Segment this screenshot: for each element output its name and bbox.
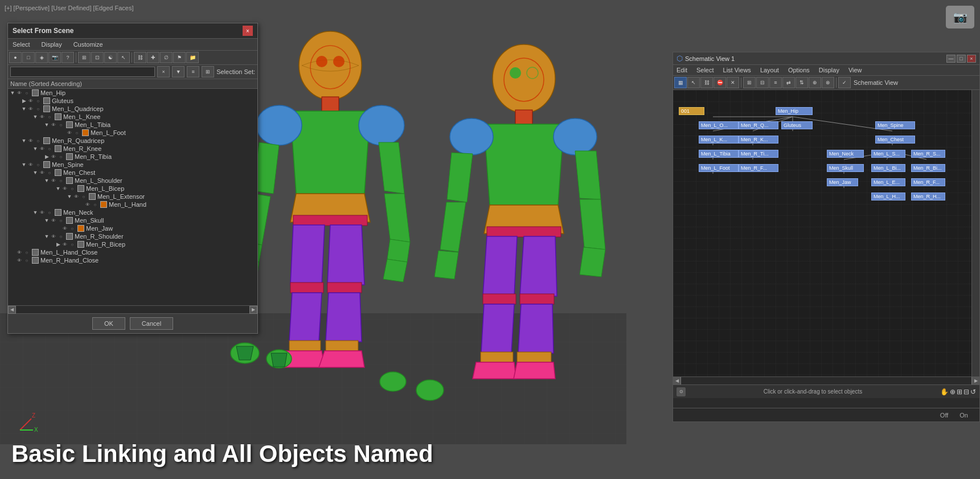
maximize-button[interactable]: □: [957, 55, 966, 63]
tree-item-men-r-hand-close[interactable]: 👁 ○ Men_R_Hand_Close: [8, 256, 257, 264]
schema-node-men-ls[interactable]: Men_L_S...: [871, 150, 905, 158]
toolbar-tag-btn[interactable]: ⚑: [173, 52, 186, 63]
ok-button[interactable]: OK: [92, 317, 125, 330]
cancel-button[interactable]: Cancel: [130, 317, 173, 330]
tree-item-men-skull[interactable]: ▼ 👁 ○ Men_Skull: [8, 216, 257, 224]
tree-item-men-jaw[interactable]: 👁 ○ Men_Jaw: [8, 224, 257, 232]
toolbar-cam-btn[interactable]: 📷: [48, 52, 61, 63]
scroll-track-h[interactable]: [681, 377, 971, 384]
tree-item-men-r-quad[interactable]: ▼ 👁 ○ Men_R_Quadricep: [8, 137, 257, 145]
schema-node-men-hip[interactable]: Men_Hip: [776, 107, 813, 115]
filter-clear-btn[interactable]: ×: [157, 66, 170, 77]
tree-item-men-neck[interactable]: ▼ 👁 ○ Men_Neck: [8, 208, 257, 216]
schema-node-001[interactable]: 001: [679, 107, 704, 115]
schema-layout-btn[interactable]: ≡: [769, 77, 782, 88]
tree-item-men-l-tibia[interactable]: ▼ 👁 ○ Men_L_Tibia: [8, 121, 257, 129]
tree-item-men-l-quad[interactable]: ▼ 👁 ○ Men_L_Quadricep: [8, 105, 257, 113]
menu-customize[interactable]: Customize: [71, 40, 105, 49]
tree-item-men-r-bicep[interactable]: ▶ 👁 ○ Men_R_Bicep: [8, 240, 257, 248]
schema-node-men-rk[interactable]: Men_R_K...: [739, 136, 778, 144]
schema-node-men-rf[interactable]: Men_R_F...: [739, 164, 778, 172]
tree-item-men-r-tibia[interactable]: ▶ 👁 ○ Men_R_Tibia: [8, 153, 257, 161]
toolbar-cursor-btn[interactable]: ↖: [117, 52, 130, 63]
menu-list-views[interactable]: List Views: [721, 65, 753, 75]
schema-node-men-rt[interactable]: Men_R_Ti...: [739, 150, 778, 158]
schema-node-men-neck[interactable]: Men_Neck: [827, 150, 864, 158]
toolbar-folder-btn[interactable]: 📁: [186, 52, 199, 63]
toolbar-mesh-btn[interactable]: ⊡: [91, 52, 104, 63]
schema-node-men-lb[interactable]: Men_L_Bi...: [871, 164, 905, 172]
search-input[interactable]: [10, 67, 155, 77]
toolbar-arm-btn[interactable]: ☯: [104, 52, 117, 63]
tree-item-gluteus[interactable]: ▶ 👁 ○ Gluteus: [8, 97, 257, 105]
schema-node-men-rh[interactable]: Men_R_H...: [911, 193, 945, 200]
schema-node-men-lf[interactable]: Men_L_Foot: [699, 164, 739, 172]
schema-node-men-lt[interactable]: Men_L_Tibia: [699, 150, 739, 158]
schema-box-btn[interactable]: ⊞: [743, 77, 756, 88]
schema-zoom-btn[interactable]: ⊕: [809, 77, 821, 88]
toolbar-box-btn[interactable]: □: [22, 52, 35, 63]
schema-unlink-btn[interactable]: ⛔: [714, 77, 726, 88]
schema-node-men-rb[interactable]: Men_R_Bi...: [911, 164, 945, 172]
scroll-left-btn[interactable]: ◀: [8, 306, 16, 314]
scroll-track[interactable]: [16, 306, 249, 313]
dialog-close-button[interactable]: ×: [243, 26, 253, 36]
schema-link-btn[interactable]: ⛓: [700, 77, 713, 88]
tree-item-men-l-knee[interactable]: ▼ 👁 ○ Men_L_Knee: [8, 113, 257, 121]
close-button[interactable]: ×: [967, 55, 976, 63]
schematic-content[interactable]: 001 Men_Hip Men_L_O... Men_R_Q... Gluteu…: [673, 90, 979, 376]
schema-node-men-rs[interactable]: Men_R_S...: [911, 150, 945, 158]
schema-node-men-lk[interactable]: Men_L_K...: [699, 136, 739, 144]
toolbar-cross-btn[interactable]: ✚: [147, 52, 159, 63]
schema-check-btn[interactable]: ✓: [838, 77, 851, 88]
toolbar-chain-btn[interactable]: ⛓: [134, 52, 146, 63]
schema-node-men-ro[interactable]: Men_R_Q...: [739, 121, 778, 129]
schema-node-men-lh[interactable]: Men_L_H...: [871, 193, 905, 200]
schema-node-men-jaw[interactable]: Men_Jaw: [827, 178, 858, 186]
menu-edit[interactable]: Edit: [674, 65, 690, 75]
horizontal-scrollbar[interactable]: ◀ ▶: [8, 305, 257, 313]
tree-item-men-chest[interactable]: ▼ 👁 ○ Men_Chest: [8, 169, 257, 177]
scroll-right-btn[interactable]: ▶: [249, 306, 257, 314]
schema-node-men-chest[interactable]: Men_Chest: [875, 136, 915, 144]
tree-item-men-l-shoulder[interactable]: ▼ 👁 ○ Men_L_Shoulder: [8, 177, 257, 185]
tree-item-men-l-extensor[interactable]: ▼ 👁 ○ Men_L_Extensor: [8, 193, 257, 200]
scroll-right[interactable]: ▶: [971, 377, 979, 384]
schema-sort-btn[interactable]: ⇅: [796, 77, 808, 88]
toolbar-circle-btn[interactable]: ●: [9, 52, 22, 63]
toolbar-light-btn[interactable]: ◈: [35, 52, 48, 63]
tree-item-men-l-hand[interactable]: 👁 ○ Men_L_Hand: [8, 200, 257, 208]
tree-item-men-l-foot[interactable]: 👁 ○ Men_L_Foot: [8, 129, 257, 137]
tree-item-men-r-knee[interactable]: ▼ 👁 ○ Men_R_Knee: [8, 145, 257, 153]
schema-delete-btn[interactable]: ✕: [727, 77, 739, 88]
tree-container[interactable]: ▼ 👁 ○ Men_Hip ▶ 👁 ○ Gluteus ▼ 👁 ○: [8, 89, 257, 305]
toolbar-wire-btn[interactable]: ⊞: [78, 52, 91, 63]
tree-item-men-l-hand-close[interactable]: 👁 ○ Men_L_Hand_Close: [8, 248, 257, 256]
tree-item-men-spine[interactable]: ▼ 👁 ○ Men_Spine: [8, 161, 257, 169]
schema-node-men-skull[interactable]: Men_Skull: [827, 164, 864, 172]
schema-cursor-btn[interactable]: ▦: [674, 77, 687, 88]
toolbar-filter-btn[interactable]: ∅: [160, 52, 173, 63]
menu-display[interactable]: Display: [39, 40, 64, 49]
menu-select[interactable]: Select: [10, 40, 32, 49]
menu-view[interactable]: View: [846, 65, 864, 75]
schema-node-men-lo[interactable]: Men_L_O...: [699, 121, 739, 129]
tree-item-men-r-shoulder[interactable]: ▼ 👁 ○ Men_R_Shoulder: [8, 232, 257, 240]
toolbar-help-btn[interactable]: ?: [61, 52, 74, 63]
schematic-scrollbar-v[interactable]: [971, 90, 979, 376]
schema-select-btn[interactable]: ↖: [687, 77, 700, 88]
schematic-scrollbar-h[interactable]: ◀ ▶: [673, 376, 979, 384]
schema-fit-btn[interactable]: ⊗: [822, 77, 834, 88]
schema-arrange-btn[interactable]: ⇄: [782, 77, 795, 88]
schema-node-men-le[interactable]: Men_L_E...: [871, 178, 905, 186]
menu-select[interactable]: Select: [694, 65, 716, 75]
schema-node-men-re[interactable]: Men_R_F...: [911, 178, 945, 186]
tree-item-men-l-bicep[interactable]: ▼ 👁 ○ Men_L_Bicep: [8, 185, 257, 193]
menu-options[interactable]: Options: [786, 65, 812, 75]
schema-node-gluteus[interactable]: Gluteus: [781, 121, 813, 129]
schema-grid-btn[interactable]: ⊟: [756, 77, 769, 88]
filter-down-btn[interactable]: ▼: [172, 66, 184, 77]
menu-display[interactable]: Display: [817, 65, 842, 75]
scroll-left[interactable]: ◀: [673, 377, 681, 384]
tree-item-men-hip[interactable]: ▼ 👁 ○ Men_Hip: [8, 89, 257, 97]
